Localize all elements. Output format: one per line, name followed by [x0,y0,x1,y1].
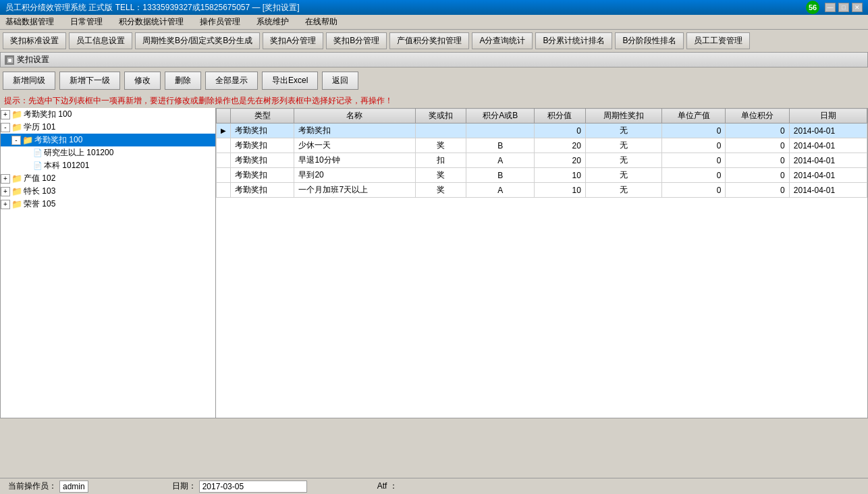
toolbar-btn-reward-a[interactable]: 奖扣A分管理 [263,32,323,49]
expand-icon-2[interactable]: - [11,136,21,145]
cell-name: 少休一天 [294,138,415,153]
title-bar: 员工积分绩效管理系统 正式版 TELL：13335939327或15825675… [0,0,868,15]
cell-name: 考勤奖扣 [294,124,415,138]
tree-label-5: 产值 102 [24,173,55,184]
toolbar-btn-reward-b[interactable]: 奖扣B分管理 [326,32,387,49]
date-value: 2017-03-05 [202,482,244,491]
tree-item-6[interactable]: + 📁 特长 103 [1,185,215,198]
cell-date: 2014-04-01 [789,168,867,183]
row-indicator [217,153,231,168]
menu-item-help[interactable]: 在线帮助 [302,15,340,29]
cell-date: 2014-04-01 [789,138,867,153]
edit-button[interactable]: 修改 [124,72,161,90]
table-row[interactable]: 考勤奖扣 早到20 奖 B 10 无 0 0 2014-04-01 [217,168,867,183]
warning-text: 提示：先选中下边列表框中一项再新增，要进行修改或删除操作也是先在树形列表框中选择… [0,94,868,108]
close-button[interactable]: ✕ [852,3,863,12]
toolbar-btn-salary[interactable]: 员工工资管理 [686,32,750,49]
tree-label-3: 研究生以上 101200 [44,147,113,159]
menu-item-system[interactable]: 系统维护 [254,15,292,29]
toolbar-btn-standard[interactable]: 奖扣标准设置 [3,32,66,49]
table-row[interactable]: 考勤奖扣 一个月加班7天以上 奖 A 10 无 0 0 2014-04-01 [217,183,867,198]
section-icon: ▣ [5,55,14,65]
toolbar-btn-production[interactable]: 产值积分奖扣管理 [389,32,469,49]
tree-item-7[interactable]: + 📁 荣誉 105 [1,198,215,211]
cell-type: 考勤奖扣 [231,138,294,153]
action-bar: 新增同级 新增下一级 修改 删除 全部显示 导出Excel 返回 [0,67,868,94]
cell-unit-score: 0 [726,138,789,153]
toolbar-btn-generate[interactable]: 周期性奖B分/固定式奖B分生成 [135,32,260,49]
tree-item-4[interactable]: 📄 本科 101201 [1,159,215,172]
cell-name: 早退10分钟 [294,153,415,168]
doc-icon-3: 📄 [33,148,43,157]
tree-panel[interactable]: + 📁 考勤奖扣 100 - 📁 学历 101 - 📁 考勤奖扣 100 📄 [0,108,216,418]
cell-periodic: 无 [585,124,661,138]
cell-unit-score: 0 [726,153,789,168]
menu-item-stats[interactable]: 积分数据统计管理 [116,15,186,29]
col-score-type[interactable]: 积分A或B [466,109,535,124]
expand-icon-0[interactable]: + [1,110,10,119]
menu-item-basic[interactable]: 基础数据管理 [3,15,57,29]
cell-type: 考勤奖扣 [231,124,294,138]
date-label: 日期： [169,481,199,492]
tree-label-0: 考勤奖扣 100 [24,109,72,120]
table-row[interactable]: 考勤奖扣 早退10分钟 扣 A 20 无 0 0 2014-04-01 [217,153,867,168]
col-name[interactable]: 名称 [294,109,415,124]
tree-label-7: 荣誉 105 [24,198,55,210]
cell-reward: 奖 [415,138,466,153]
cell-name: 早到20 [294,168,415,183]
cell-periodic: 无 [585,153,661,168]
expand-icon-6[interactable]: + [1,187,10,196]
delete-button[interactable]: 删除 [165,72,201,90]
toolbar-btn-query-a[interactable]: A分查询统计 [472,32,533,49]
tree-item-0[interactable]: + 📁 考勤奖扣 100 [1,108,215,121]
back-button[interactable]: 返回 [322,72,358,90]
cell-reward: 奖 [415,168,466,183]
expand-icon-1[interactable]: - [1,123,10,132]
add-same-button[interactable]: 新增同级 [3,72,55,90]
status-bar: 当前操作员： admin 日期： 2017-03-05 Atf ： [0,478,868,494]
tree-item-5[interactable]: + 📁 产值 102 [1,172,215,185]
cell-type: 考勤奖扣 [231,153,294,168]
cell-score-type [466,124,535,138]
row-indicator: ▶ [217,124,231,138]
operator-value-box: admin [59,481,88,493]
row-indicator [217,138,231,153]
export-button[interactable]: 导出Excel [262,72,318,90]
minimize-button[interactable]: — [825,3,836,12]
tree-item-1[interactable]: - 📁 学历 101 [1,121,215,134]
menu-item-daily[interactable]: 日常管理 [67,15,105,29]
col-periodic[interactable]: 周期性奖扣 [585,109,661,124]
tree-item-selected[interactable]: - 📁 考勤奖扣 100 [1,134,215,146]
col-score-val[interactable]: 积分值 [535,109,586,124]
expand-icon-5[interactable]: + [1,174,10,184]
add-sub-button[interactable]: 新增下一级 [59,72,120,90]
maximize-button[interactable]: □ [838,3,849,12]
atf-label: Atf ： [375,481,400,492]
col-type[interactable]: 类型 [231,109,294,124]
col-unit-score[interactable]: 单位积分 [726,109,789,124]
section-header: ▣ 奖扣设置 [0,53,868,67]
cell-score-type: B [466,168,535,183]
toolbar-btn-stage-b[interactable]: B分阶段性排名 [615,32,684,49]
cell-date: 2014-04-01 [789,124,867,138]
toolbar-btn-employee[interactable]: 员工信息设置 [69,32,132,49]
table-row[interactable]: ▶ 考勤奖扣 考勤奖扣 0 无 0 0 2014-04-01 [217,124,867,138]
cell-reward: 奖 [415,183,466,198]
expand-icon-7[interactable]: + [1,200,10,209]
col-unit-val[interactable]: 单位产值 [661,109,725,124]
grid-panel[interactable]: 类型 名称 奖或扣 积分A或B 积分值 周期性奖扣 单位产值 单位积分 日期 ▶… [216,108,868,418]
cell-unit-score: 0 [726,183,789,198]
section-title: 奖扣设置 [17,54,49,65]
show-all-button[interactable]: 全部显示 [205,72,258,90]
cell-periodic: 无 [585,138,661,153]
menu-item-operator[interactable]: 操作员管理 [197,15,243,29]
table-row[interactable]: 考勤奖扣 少休一天 奖 B 20 无 0 0 2014-04-01 [217,138,867,153]
col-date[interactable]: 日期 [789,109,867,124]
col-reward[interactable]: 奖或扣 [415,109,466,124]
cell-unit-score: 0 [726,168,789,183]
toolbar-btn-rank-b[interactable]: B分累计统计排名 [535,32,612,49]
row-indicator [217,168,231,183]
folder-icon-6: 📁 [11,186,22,196]
main-content: + 📁 考勤奖扣 100 - 📁 学历 101 - 📁 考勤奖扣 100 📄 [0,108,868,418]
tree-item-3[interactable]: 📄 研究生以上 101200 [1,146,215,159]
